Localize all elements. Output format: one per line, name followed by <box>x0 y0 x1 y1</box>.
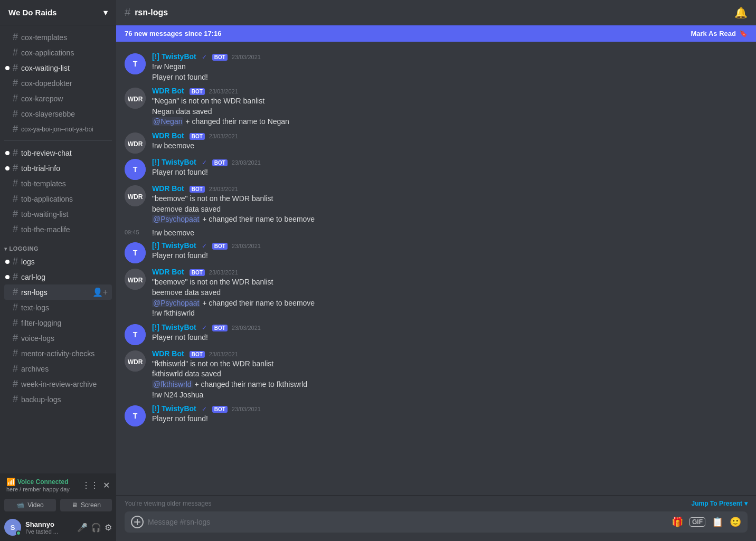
avatar-initials: S <box>11 524 15 531</box>
channel-label: rsn-logs <box>21 288 48 297</box>
mark-read-label: Mark As Read <box>691 30 736 37</box>
message-group: T [!] TwistyBot ✓ BOT 23/03/2021 Player … <box>116 156 756 182</box>
server-header[interactable]: We Do Raids ▾ <box>0 0 116 25</box>
hash-icon: # <box>13 147 18 158</box>
mic-icon[interactable]: 🎤 <box>77 523 88 533</box>
sidebar-item-week-in-review-archive[interactable]: # week-in-review-archive <box>4 376 112 392</box>
channel-label: tob-applications <box>21 195 73 203</box>
sidebar-item-logs[interactable]: # logs <box>4 254 112 269</box>
mention[interactable]: @Negan <box>152 117 183 126</box>
sidebar-item-cox-dopedokter[interactable]: # cox-dopedokter <box>4 75 112 91</box>
bookmark-icon: 🔖 <box>739 30 748 37</box>
sidebar-item-tob-the-maclife[interactable]: # tob-the-maclife <box>4 222 112 237</box>
verified-badge: ✓ <box>202 159 207 166</box>
message-timestamp: 23/03/2021 <box>209 269 238 276</box>
emoji-icon[interactable]: 🙂 <box>730 516 741 528</box>
sidebar-item-cox-slayersebbe[interactable]: # cox-slayersebbe <box>4 106 112 121</box>
hash-icon: # <box>13 302 18 313</box>
sidebar-item-cox-karepow[interactable]: # cox-karepow <box>4 91 112 106</box>
continued-message: 09:45 !rw beemove 😊+ ↩ ⋯ <box>116 227 756 240</box>
add-attachment-button[interactable] <box>131 516 144 528</box>
channel-label: tob-trial-info <box>21 164 60 173</box>
mention[interactable]: @fkthiswrld <box>152 380 193 388</box>
message-header: WDR Bot BOT 23/03/2021 <box>152 349 748 358</box>
channel-label: voice-logs <box>21 334 54 343</box>
hash-icon: # <box>13 256 18 267</box>
voice-signal-icon[interactable]: ⋮⋮ <box>82 480 99 490</box>
hash-icon: # <box>13 287 18 298</box>
sidebar-item-tob-applications[interactable]: # tob-applications <box>4 191 112 206</box>
sidebar-item-mentor-activity-checks[interactable]: # mentor-activity-checks <box>4 346 112 361</box>
sidebar-item-rsn-logs[interactable]: # rsn-logs 👤+ <box>4 284 112 300</box>
message-timestamp: 23/03/2021 <box>209 351 238 357</box>
notification-bell-icon[interactable]: 🔔 <box>734 6 748 19</box>
channel-label: cox-karepow <box>21 94 63 103</box>
message-text: Player not found! <box>152 414 748 424</box>
sidebar-item-cox-applications[interactable]: # cox-applications <box>4 45 112 60</box>
verified-badge: ✓ <box>202 324 207 331</box>
mark-as-read-button[interactable]: Mark As Read 🔖 <box>691 30 748 37</box>
channel-label: cox-slayersebbe <box>21 110 75 118</box>
avatar-col: WDR <box>125 268 146 318</box>
channel-header: # rsn-logs 🔔 <box>116 0 756 25</box>
screen-label: Screen <box>81 501 101 509</box>
gift-icon[interactable]: 🎁 <box>672 516 683 528</box>
screen-button[interactable]: 🖥 Screen <box>60 499 112 511</box>
unread-dot <box>5 260 10 264</box>
verified-badge: ✓ <box>202 242 207 250</box>
sidebar-item-carl-log[interactable]: # carl-log <box>4 269 112 284</box>
voice-disconnect-icon[interactable]: ✕ <box>103 480 110 490</box>
category-logging[interactable]: ▾ LOGGING <box>0 237 116 254</box>
sticker-icon[interactable]: 📋 <box>712 516 723 528</box>
sidebar-item-archives[interactable]: # archives <box>4 361 112 376</box>
mention[interactable]: @Psychopaat <box>152 299 200 307</box>
main-content: # rsn-logs 🔔 76 new messages since 17:16… <box>116 0 756 541</box>
jump-label: Jump To Present <box>692 500 742 507</box>
message-input[interactable] <box>148 511 672 533</box>
message-text: fkthiswrld data saved <box>152 369 748 379</box>
sidebar-item-tob-trial-info[interactable]: # tob-trial-info <box>4 160 112 176</box>
bot-badge: BOT <box>212 54 228 61</box>
sidebar-item-text-logs[interactable]: # text-logs <box>4 300 112 315</box>
sidebar-item-filter-logging[interactable]: # filter-logging <box>4 315 112 330</box>
unread-dot <box>5 151 10 155</box>
bot-badge: BOT <box>190 351 205 358</box>
gif-icon[interactable]: GIF <box>689 517 705 527</box>
headphones-icon[interactable]: 🎧 <box>91 523 101 533</box>
sidebar-item-voice-logs[interactable]: # voice-logs <box>4 330 112 346</box>
sidebar-item-tob-waiting-list[interactable]: # tob-waiting-list <box>4 206 112 222</box>
user-bar: S Shannyo I've tasted ... 🎤 🎧 ⚙ <box>0 514 116 541</box>
voice-status-text: Voice Connected <box>17 478 68 486</box>
add-member-icon[interactable]: 👤+ <box>92 287 108 297</box>
message-content: [!] TwistyBot ✓ BOT 23/03/2021 !rw Negan… <box>152 52 748 82</box>
sidebar-item-tob-templates[interactable]: # tob-templates <box>4 176 112 191</box>
settings-icon[interactable]: ⚙ <box>105 523 112 533</box>
sidebar-item-tob-review-chat[interactable]: # tob-review-chat <box>4 145 112 160</box>
avatar-col: T <box>125 404 146 426</box>
sidebar-item-backup-logs[interactable]: # backup-logs <box>4 392 112 407</box>
channel-label: carl-log <box>21 273 45 281</box>
status-dot <box>16 530 21 536</box>
voice-channel-text: here / rember happy day <box>6 486 82 492</box>
jump-to-present-button[interactable]: Jump To Present ▾ <box>692 500 748 507</box>
sidebar-item-cox-ya-boi[interactable]: # cox-ya-boi-jon--not-ya-boi <box>4 121 112 137</box>
message-group: T [!] TwistyBot ✓ BOT 23/03/2021 Player … <box>116 321 756 347</box>
sidebar-item-cox-templates[interactable]: # cox-templates <box>4 30 112 45</box>
older-messages-bar: You're viewing older messages Jump To Pr… <box>116 495 756 511</box>
message-time: 09:45 <box>125 229 139 235</box>
unread-dot <box>5 166 10 170</box>
hash-icon: # <box>13 193 18 204</box>
mention[interactable]: @Psychopaat <box>152 215 200 223</box>
sidebar-item-cox-waiting-list[interactable]: # cox-waiting-list <box>4 60 112 75</box>
video-button[interactable]: 📹 Video <box>4 499 56 511</box>
voice-controls: ⋮⋮ ✕ <box>82 480 110 490</box>
message-username: WDR Bot <box>152 131 184 140</box>
message-text: Negan data saved <box>152 107 748 117</box>
svg-text:WDR: WDR <box>128 193 143 201</box>
message-text: Player not found! <box>152 167 748 178</box>
message-username: [!] TwistyBot <box>152 404 196 413</box>
sidebar: We Do Raids ▾ # cox-templates # cox-appl… <box>0 0 116 541</box>
channel-label: cox-dopedokter <box>21 79 72 88</box>
avatar-col: WDR <box>125 349 146 400</box>
message-header: [!] TwistyBot ✓ BOT 23/03/2021 <box>152 158 748 166</box>
